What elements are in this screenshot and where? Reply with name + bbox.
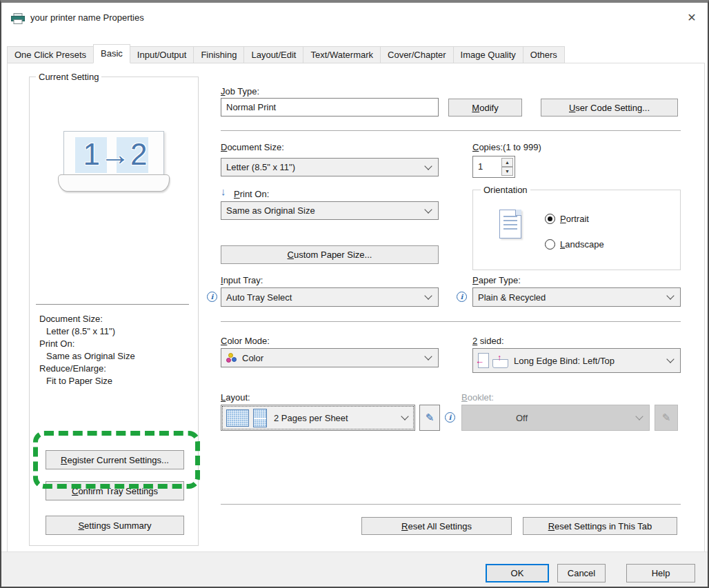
register-current-settings-button[interactable]: Register Current Settings... bbox=[46, 450, 184, 469]
job-type-label: Job Type: bbox=[221, 86, 259, 97]
section-divider-2 bbox=[221, 321, 681, 322]
booklet-info-icon[interactable]: i bbox=[445, 412, 455, 423]
blue-dot bbox=[232, 357, 237, 362]
landscape-radio[interactable] bbox=[545, 239, 555, 250]
print-on-select[interactable]: Same as Original Size bbox=[221, 201, 439, 220]
chevron-down-icon bbox=[424, 292, 432, 299]
pencil-icon: ✎ bbox=[426, 412, 435, 424]
tab-text-watermark[interactable]: Text/Watermark bbox=[303, 46, 381, 63]
layout-select[interactable]: 2 Pages per Sheet bbox=[221, 405, 415, 431]
layout-one-page-icon bbox=[226, 409, 249, 427]
tab-input-output[interactable]: Input/Output bbox=[130, 46, 194, 63]
portrait-radio[interactable] bbox=[545, 214, 555, 224]
confirm-tray-settings-button[interactable]: Confirm Tray Settings bbox=[46, 481, 184, 500]
print-on-arrow-icon: ↓ bbox=[221, 185, 226, 197]
booklet-select: Off bbox=[461, 405, 650, 431]
section-divider-1 bbox=[221, 130, 681, 131]
paper-type-label: Paper Type: bbox=[472, 275, 521, 285]
booklet-label: Booklet: bbox=[461, 392, 494, 403]
color-mode-icon bbox=[226, 353, 237, 363]
color-mode-value: Color bbox=[242, 353, 263, 363]
layout-edit-button[interactable]: ✎ bbox=[419, 405, 440, 431]
section-divider-3 bbox=[221, 504, 681, 505]
summary-print-on-value: Same as Original Size bbox=[46, 351, 135, 361]
feed-arrow-icon: ↑ bbox=[497, 353, 501, 363]
orientation-group-label: Orientation bbox=[481, 185, 530, 195]
layout-value: 2 Pages per Sheet bbox=[274, 413, 348, 423]
current-setting-group-label: Current Setting bbox=[36, 72, 101, 82]
summary-print-on-label: Print On: bbox=[39, 338, 74, 349]
help-button[interactable]: Help bbox=[626, 564, 695, 582]
input-tray-value: Auto Tray Select bbox=[226, 292, 292, 303]
landscape-radio-label[interactable]: Landscape bbox=[560, 239, 604, 250]
document-size-label: Document Size: bbox=[221, 142, 284, 152]
reset-settings-in-this-tab-button[interactable]: Reset Settings in This Tab bbox=[523, 517, 677, 535]
tab-bar: One Click Presets Basic Input/Output Fin… bbox=[7, 44, 565, 63]
duplex-flip-icon: ← bbox=[478, 353, 489, 368]
pencil-icon: ✎ bbox=[662, 412, 671, 424]
two-sided-label: 2 sided: bbox=[472, 336, 504, 346]
chevron-down-icon bbox=[401, 412, 408, 420]
tab-cover-chapter[interactable]: Cover/Chapter bbox=[380, 46, 454, 63]
color-mode-label: Color Mode: bbox=[221, 336, 270, 346]
input-tray-select[interactable]: Auto Tray Select bbox=[221, 287, 439, 307]
chevron-down-icon bbox=[666, 292, 674, 299]
tab-one-click-presets[interactable]: One Click Presets bbox=[7, 46, 94, 63]
two-sided-select[interactable]: ← ↑ Long Edge Bind: Left/Top bbox=[472, 348, 681, 373]
paper-type-value: Plain & Recycled bbox=[478, 292, 546, 303]
reset-all-settings-button[interactable]: Reset All Settings bbox=[361, 517, 512, 535]
document-size-value: Letter (8.5" x 11") bbox=[226, 162, 295, 172]
layout-label: Layout: bbox=[221, 392, 250, 403]
tab-others[interactable]: Others bbox=[523, 46, 565, 63]
preview-pages-label: 1→2 bbox=[65, 132, 166, 176]
job-type-field[interactable]: Normal Print bbox=[221, 98, 439, 116]
tab-finishing[interactable]: Finishing bbox=[193, 46, 244, 63]
color-mode-select[interactable]: Color bbox=[221, 348, 439, 367]
document-size-select[interactable]: Letter (8.5" x 11") bbox=[221, 158, 439, 176]
orientation-paper-icon bbox=[499, 210, 521, 239]
summary-document-size-label: Document Size: bbox=[39, 314, 103, 324]
chevron-down-icon bbox=[635, 412, 643, 420]
copies-increment-button[interactable]: ▲ bbox=[501, 158, 513, 167]
paper-type-info-icon[interactable]: i bbox=[457, 292, 467, 302]
tab-basic[interactable]: Basic bbox=[93, 44, 130, 63]
paper-type-select[interactable]: Plain & Recycled bbox=[472, 287, 681, 307]
copies-label: Copies:(1 to 999) bbox=[472, 142, 541, 152]
copies-value: 1 bbox=[478, 156, 483, 177]
modify-button[interactable]: Modify bbox=[448, 99, 522, 116]
printer-icon bbox=[11, 13, 25, 24]
input-tray-label: Input Tray: bbox=[221, 275, 263, 285]
summary-document-size-value: Letter (8.5" x 11") bbox=[46, 326, 115, 336]
tab-layout-edit[interactable]: Layout/Edit bbox=[243, 46, 303, 63]
settings-summary-button[interactable]: Settings Summary bbox=[46, 516, 184, 535]
booklet-edit-button: ✎ bbox=[655, 405, 678, 431]
paper-fold bbox=[515, 210, 521, 216]
window-title: your printer name Properties bbox=[30, 12, 144, 23]
printer-properties-dialog: your printer name Properties ✕ One Click… bbox=[0, 0, 709, 588]
chevron-down-icon bbox=[666, 355, 674, 363]
ok-button[interactable]: OK bbox=[486, 564, 549, 582]
tab-image-quality[interactable]: Image Quality bbox=[453, 46, 523, 63]
copies-stepper[interactable]: 1 ▲ ▼ bbox=[472, 156, 515, 178]
close-icon[interactable]: ✕ bbox=[681, 8, 702, 28]
custom-paper-size-button[interactable]: Custom Paper Size... bbox=[221, 245, 439, 264]
title-bar: your printer name Properties ✕ bbox=[1, 3, 708, 33]
user-code-setting-button[interactable]: User Code Setting... bbox=[541, 99, 678, 116]
summary-reduce-enlarge-value: Fit to Paper Size bbox=[46, 376, 112, 386]
chevron-down-icon bbox=[424, 352, 432, 360]
cancel-button[interactable]: Cancel bbox=[557, 564, 606, 582]
preview-paper-curl bbox=[58, 174, 170, 192]
left-panel-divider bbox=[36, 304, 189, 305]
copies-decrement-button[interactable]: ▼ bbox=[501, 167, 513, 176]
paper-text-lines bbox=[503, 216, 517, 232]
job-type-value: Normal Print bbox=[226, 102, 276, 112]
flip-arrow-icon: ← bbox=[475, 356, 484, 366]
portrait-radio-label[interactable]: Portrait bbox=[560, 214, 589, 224]
duplex-feed-icon: ↑ bbox=[492, 359, 508, 368]
two-sided-value: Long Edge Bind: Left/Top bbox=[514, 356, 615, 366]
booklet-value: Off bbox=[516, 413, 528, 423]
page-split-line bbox=[254, 418, 266, 419]
input-tray-info-icon[interactable]: i bbox=[207, 292, 217, 302]
magenta-dot bbox=[226, 358, 231, 363]
chevron-down-icon bbox=[424, 162, 432, 170]
